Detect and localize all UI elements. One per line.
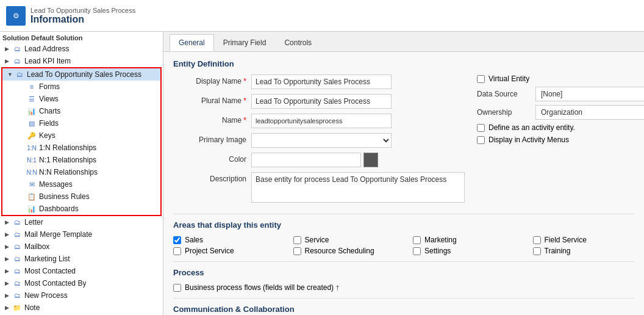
data-source-select[interactable]: [None] [535,87,644,101]
area-project-service-checkbox[interactable] [173,247,181,255]
sidebar-item-label: Views [39,95,59,103]
sidebar-item-label: Lead KPI Item [24,57,71,65]
entity-icon: 🗂 [12,278,22,288]
sidebar-item-lead-opp-process[interactable]: ▼ 🗂 Lead To Opportunity Sales Process [2,68,160,81]
primary-image-select[interactable] [251,133,392,148]
areas-grid: Sales Service Marketing Field Service [173,236,634,255]
sidebar-item-letter[interactable]: ▶ 🗂 Letter [0,216,163,228]
sidebar-item-label: Dashboards [39,205,79,213]
bpf-row: Business process flows (fields will be c… [173,283,634,292]
arrow-icon: ▶ [5,280,12,286]
sidebar-item-marketing-list[interactable]: ▶ 🗂 Marketing List [0,253,163,265]
ownership-label: Ownership [477,108,532,117]
process-section: Process Business process flows (fields w… [173,268,634,292]
name-input[interactable] [251,114,392,128]
comm-section: Communication & Collaboration Feedback †… [173,305,634,315]
header-icon: ⚙ [6,6,26,26]
sidebar-item-1n-rel[interactable]: 1:N 1:N Relationships [2,142,160,154]
area-marketing: Marketing [413,236,515,244]
virtual-entity-label: Virtual Entity [488,74,529,83]
header-title: Information [30,14,135,25]
area-resource-scheduling: Resource Scheduling [293,247,395,255]
area-service-checkbox[interactable] [293,236,301,244]
sidebar-item-label: Lead To Opportunity Sales Process [27,70,141,79]
sidebar-item-label: Most Contacted By [24,279,86,288]
divider-1 [173,214,634,214]
sidebar-item-forms[interactable]: ≡ Forms [2,81,160,93]
plural-name-label: Plural Name * [173,94,246,105]
sidebar-item-new-process[interactable]: ▶ 🗂 New Process [0,289,163,302]
area-training-label: Training [545,247,571,255]
sidebar-item-most-contacted-by[interactable]: ▶ 🗂 Most Contacted By [0,277,163,289]
area-field-service-checkbox[interactable] [533,236,541,244]
arrow-icon: ▶ [5,305,12,311]
sidebar-item-most-contacted[interactable]: ▶ 🗂 Most Contacted [0,265,163,277]
sidebar-item-business-rules[interactable]: 📋 Business Rules [2,190,160,203]
tabs-bar: General Primary Field Controls [163,32,644,52]
sidebar-item-label: Forms [39,82,60,91]
define-activity-label: Define as an activity entity. [488,123,575,132]
sidebar-item-charts[interactable]: 📊 Charts [2,105,160,117]
description-textarea[interactable]: Base entity for process Lead To Opportun… [251,172,465,203]
sidebar-item-messages[interactable]: ✉ Messages [2,178,160,190]
sidebar-item-label: Mailbox [24,242,49,251]
plural-name-input[interactable] [251,94,392,109]
area-marketing-checkbox[interactable] [413,236,421,244]
area-resource-scheduling-checkbox[interactable] [293,247,301,255]
sidebar-item-label: Most Contacted [24,267,76,275]
sidebar-item-lead-kpi[interactable]: ▶ 🗂 Lead KPI Item [0,55,163,67]
sidebar-item-label: Business Rules [39,192,90,201]
required-marker: * [243,96,246,105]
sidebar-item-label: Note [24,303,40,312]
area-settings-checkbox[interactable] [413,247,421,255]
sidebar-item-label: New Process [24,291,68,300]
bpf-label: Business process flows (fields will be c… [185,283,340,292]
color-swatch[interactable] [363,153,378,167]
header: ⚙ Lead To Opportunity Sales Process Info… [0,0,644,32]
arrow-icon: ▶ [5,58,12,64]
sidebar-item-label: Keys [39,131,55,140]
right-col: Virtual Entity Data Source [None] Owners… [465,74,644,208]
arrow-icon: ▶ [5,46,12,52]
area-sales-checkbox[interactable] [173,236,181,244]
sidebar-item-label: Letter [24,218,43,226]
area-training-checkbox[interactable] [533,247,541,255]
sidebar-item-lead-address[interactable]: ▶ 🗂 Lead Address [0,43,163,55]
display-name-row: Display Name * [173,74,465,89]
bpf-note: † [335,284,339,291]
color-label: Color [173,153,246,164]
area-project-service-label: Project Service [185,247,234,255]
entity-icon: 🗂 [12,56,22,66]
display-activity-checkbox[interactable] [477,136,485,144]
display-name-input[interactable] [251,74,392,89]
description-label: Description [173,172,246,183]
define-activity-checkbox[interactable] [477,124,485,132]
sidebar-item-label: Fields [39,119,59,128]
entity-icon: 🗂 [12,217,22,227]
tab-general[interactable]: General [170,34,214,51]
sidebar-item-nn-rel[interactable]: N:N N:N Relationships [2,166,160,178]
area-field-service-label: Field Service [545,236,587,244]
entity-definition-title: Entity Definition [173,59,634,68]
sidebar-item-mail-merge[interactable]: ▶ 🗂 Mail Merge Template [0,228,163,241]
define-activity-row: Define as an activity entity. [477,123,644,132]
virtual-entity-checkbox[interactable] [477,75,485,83]
bpf-checkbox[interactable] [173,284,181,292]
sidebar-item-mailbox[interactable]: ▶ 🗂 Mailbox [0,241,163,253]
arrow-icon: ▶ [5,268,12,274]
sidebar-item-n1-rel[interactable]: N:1 N:1 Relationships [2,154,160,166]
sidebar-item-fields[interactable]: ▤ Fields [2,117,160,129]
entity-icon: 🗂 [12,254,22,264]
sidebar-item-keys[interactable]: 🔑 Keys [2,129,160,142]
area-service-label: Service [305,236,329,244]
tab-primary-field[interactable]: Primary Field [214,34,276,51]
required-marker: * [243,116,246,125]
primary-image-label: Primary Image [173,133,246,144]
sidebar-item-views[interactable]: ☰ Views [2,93,160,105]
sidebar-item-dashboards[interactable]: 📊 Dashboards [2,203,160,215]
divider-3 [173,298,634,299]
tab-controls[interactable]: Controls [275,34,321,51]
sidebar-item-note[interactable]: ▶ 📁 Note [0,302,163,314]
color-input[interactable] [251,153,361,167]
ownership-select[interactable]: Organization [535,105,644,120]
